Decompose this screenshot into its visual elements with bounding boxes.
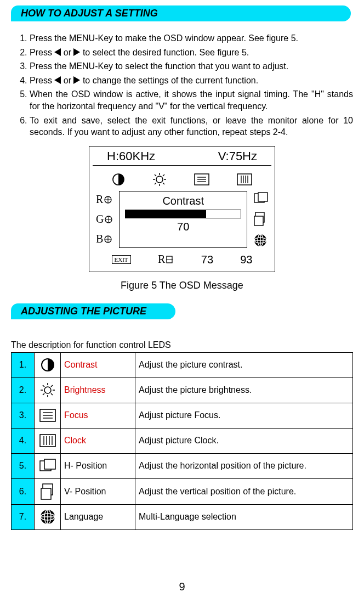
row-number: 3.	[12, 403, 35, 428]
table-row: 6.V- PositionAdjust the vertical positio…	[12, 478, 353, 504]
steps-list: Press the MENU-Key to make the OSD windo…	[11, 32, 353, 138]
page-number: 9	[0, 581, 364, 593]
step-text: When the OSD window is active, it shows …	[30, 89, 353, 111]
svg-rect-62	[41, 488, 51, 499]
svg-line-48	[51, 385, 53, 387]
function-table: 1.ContrastAdjust the picture contrast.2.…	[11, 352, 353, 530]
hpos-icon	[35, 453, 61, 478]
step-item: When the OSD window is active, it shows …	[30, 88, 353, 112]
function-name: Brightness	[61, 377, 135, 403]
osd-figure: H:60KHz V:75Hz	[89, 146, 275, 272]
svg-rect-60	[44, 459, 55, 469]
osd-body: R G B Contrast 70 EX	[89, 166, 275, 272]
step-item: To exit and save, select the exit functi…	[30, 115, 353, 138]
step-text: Press the MENU-Key to make the OSD windo…	[30, 33, 298, 43]
function-desc: Adjust the picture contrast.	[135, 352, 353, 377]
step-item: Press or to select the desired function.…	[30, 47, 353, 59]
globe-icon	[254, 234, 268, 247]
row-number: 7.	[12, 504, 35, 529]
osd-function-label: Contrast	[125, 195, 241, 207]
svg-rect-31	[254, 216, 263, 226]
clock-icon	[237, 173, 252, 185]
osd-middle: R G B Contrast 70	[94, 189, 270, 250]
step-text: To exit and save, select the exit functi…	[30, 116, 353, 137]
function-desc: Adjust picture Clock.	[135, 428, 353, 453]
osd-value-bar	[125, 210, 241, 218]
svg-rect-29	[258, 193, 268, 201]
osd-g-gain: G	[96, 213, 112, 226]
step-text: Press the MENU-Key to select the functio…	[30, 61, 288, 71]
brightness-icon	[152, 172, 167, 187]
table-intro: The description for function control LED…	[11, 340, 353, 350]
svg-rect-54	[40, 435, 55, 447]
step-suffix: to select the desired function. See figu…	[83, 48, 249, 57]
focus-icon	[35, 403, 61, 428]
function-desc: Adjust the vertical position of the pict…	[135, 478, 353, 504]
osd-value: 70	[125, 221, 241, 233]
recall-icon: R	[158, 254, 174, 265]
step-prefix: Press	[30, 76, 54, 85]
function-name: Clock	[61, 428, 135, 453]
osd-header: H:60KHz V:75Hz	[89, 146, 275, 165]
row-number: 5.	[12, 453, 35, 478]
arrow-left-icon	[54, 48, 61, 56]
function-name: H- Position	[61, 453, 135, 478]
clock-icon	[35, 428, 61, 453]
step-mid: or	[64, 48, 74, 57]
arrow-right-icon	[73, 76, 80, 84]
svg-text:R: R	[158, 254, 166, 265]
b-label: B	[96, 233, 103, 245]
step-suffix: to change the settings of the current fu…	[83, 76, 258, 85]
svg-rect-14	[237, 174, 252, 185]
osd-value-bar-fill	[126, 210, 206, 218]
table-row: 4.ClockAdjust picture Clock.	[12, 428, 353, 453]
step-item: Press or to change the settings of the c…	[30, 75, 353, 87]
function-desc: Adjust the picture brightness.	[135, 377, 353, 403]
table-row: 3.FocusAdjust picture Focus.	[12, 403, 353, 428]
function-name: Focus	[61, 403, 135, 428]
section-header-picture: ADJUSTING THE PICTURE	[11, 303, 175, 319]
hpos-icon	[254, 192, 268, 204]
svg-point-41	[44, 387, 51, 393]
function-name: Language	[61, 504, 135, 529]
brightness-icon	[35, 377, 61, 403]
row-number: 4.	[12, 428, 35, 453]
g-label: G	[96, 213, 104, 226]
svg-line-47	[51, 393, 53, 395]
arrow-left-icon	[54, 76, 61, 84]
svg-line-49	[43, 393, 44, 395]
svg-line-7	[163, 183, 164, 184]
function-desc: Adjust the horizontal position of the pi…	[135, 453, 353, 478]
osd-position-column	[249, 189, 270, 250]
table-row: 7.LanguageMulti-Language selection	[12, 504, 353, 529]
table-row: 5.H- PositionAdjust the horizontal posit…	[12, 453, 353, 478]
step-item: Press the MENU-Key to make the OSD windo…	[30, 32, 353, 44]
osd-rgb-column: R G B	[94, 189, 117, 250]
focus-icon	[194, 173, 209, 185]
table-row: 2.BrightnessAdjust the picture brightnes…	[12, 377, 353, 403]
osd-top-icons	[94, 170, 270, 189]
r-label: R	[96, 193, 103, 206]
step-item: Press the MENU-Key to select the functio…	[30, 60, 353, 72]
osd-v-freq: V:75Hz	[218, 149, 257, 164]
function-name: Contrast	[61, 352, 135, 377]
step-mid: or	[64, 76, 74, 85]
contrast-icon	[35, 352, 61, 377]
svg-point-1	[156, 176, 163, 183]
svg-line-9	[155, 183, 156, 184]
osd-h-freq: H:60KHz	[107, 149, 155, 164]
svg-line-8	[163, 174, 164, 176]
osd-center-panel: Contrast 70	[119, 191, 247, 248]
svg-line-46	[43, 385, 44, 387]
function-desc: Adjust picture Focus.	[135, 403, 353, 428]
function-name: V- Position	[61, 478, 135, 504]
figure-caption: Figure 5 The OSD Message	[11, 280, 353, 291]
osd-num-2: 93	[240, 253, 252, 266]
osd-r-gain: R	[96, 193, 112, 206]
contrast-icon	[112, 173, 125, 186]
vpos-icon	[254, 212, 268, 226]
function-desc: Multi-Language selection	[135, 504, 353, 529]
svg-line-6	[155, 174, 156, 176]
step-prefix: Press	[30, 48, 54, 57]
osd-bottom-row: EXIT R 73 93	[94, 250, 270, 268]
